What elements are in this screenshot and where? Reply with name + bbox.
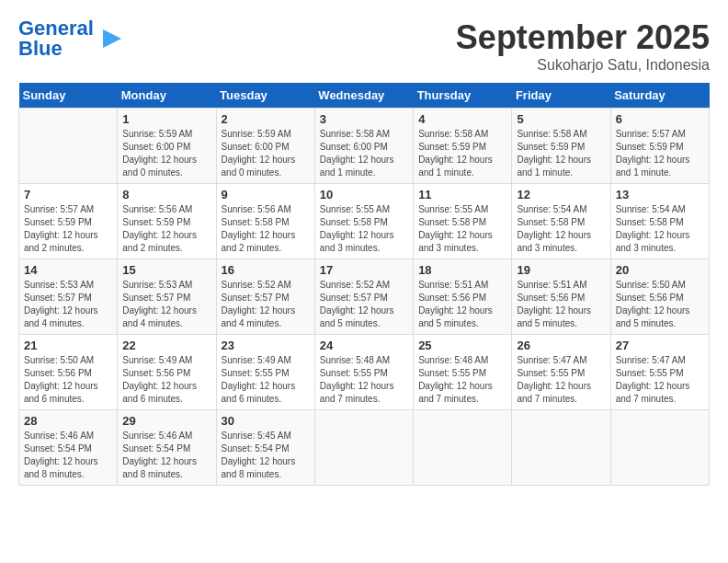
day-number: 28 — [24, 414, 112, 428]
day-cell: 14Sunrise: 5:53 AM Sunset: 5:57 PM Dayli… — [19, 259, 118, 335]
day-number: 2 — [222, 112, 310, 126]
day-cell: 16Sunrise: 5:52 AM Sunset: 5:57 PM Dayli… — [216, 259, 314, 335]
day-number: 8 — [122, 188, 210, 201]
day-cell: 12Sunrise: 5:54 AM Sunset: 5:58 PM Dayli… — [512, 184, 610, 259]
week-row-1: 7Sunrise: 5:57 AM Sunset: 5:59 PM Daylig… — [19, 184, 710, 259]
location-subtitle: Sukoharjo Satu, Indonesia — [456, 57, 710, 74]
header-cell-sunday: Sunday — [19, 83, 118, 109]
day-info: Sunrise: 5:47 AM Sunset: 5:55 PM Dayligh… — [517, 354, 605, 406]
day-cell: 8Sunrise: 5:56 AM Sunset: 5:59 PM Daylig… — [118, 184, 216, 259]
calendar-body: 1Sunrise: 5:59 AM Sunset: 6:00 PM Daylig… — [19, 109, 710, 486]
day-cell: 11Sunrise: 5:55 AM Sunset: 5:58 PM Dayli… — [414, 184, 512, 259]
day-info: Sunrise: 5:56 AM Sunset: 5:58 PM Dayligh… — [222, 203, 310, 255]
day-info: Sunrise: 5:51 AM Sunset: 5:56 PM Dayligh… — [418, 279, 506, 330]
day-number: 19 — [517, 263, 605, 277]
day-cell: 1Sunrise: 5:59 AM Sunset: 6:00 PM Daylig… — [118, 109, 216, 184]
day-cell: 6Sunrise: 5:57 AM Sunset: 5:59 PM Daylig… — [610, 109, 709, 184]
day-info: Sunrise: 5:46 AM Sunset: 5:54 PM Dayligh… — [24, 430, 112, 481]
day-info: Sunrise: 5:59 AM Sunset: 6:00 PM Dayligh… — [222, 128, 310, 179]
day-number: 29 — [122, 414, 210, 428]
day-info: Sunrise: 5:52 AM Sunset: 5:57 PM Dayligh… — [222, 279, 310, 330]
day-number: 22 — [122, 339, 210, 352]
header-cell-tuesday: Tuesday — [216, 83, 314, 109]
day-info: Sunrise: 5:54 AM Sunset: 5:58 PM Dayligh… — [517, 203, 605, 255]
week-row-4: 28Sunrise: 5:46 AM Sunset: 5:54 PM Dayli… — [19, 410, 710, 486]
week-row-3: 21Sunrise: 5:50 AM Sunset: 5:56 PM Dayli… — [19, 335, 710, 410]
day-info: Sunrise: 5:51 AM Sunset: 5:56 PM Dayligh… — [517, 279, 605, 330]
day-number: 7 — [24, 188, 112, 201]
day-number: 5 — [517, 112, 605, 126]
day-info: Sunrise: 5:49 AM Sunset: 5:55 PM Dayligh… — [222, 354, 310, 406]
day-cell: 28Sunrise: 5:46 AM Sunset: 5:54 PM Dayli… — [19, 410, 118, 486]
day-info: Sunrise: 5:53 AM Sunset: 5:57 PM Dayligh… — [24, 279, 112, 330]
logo-text: General Blue — [18, 18, 94, 59]
day-info: Sunrise: 5:50 AM Sunset: 5:56 PM Dayligh… — [24, 354, 112, 406]
day-number: 21 — [24, 339, 112, 352]
day-cell — [512, 410, 610, 486]
svg-marker-0 — [103, 29, 121, 48]
header-cell-friday: Friday — [512, 83, 610, 109]
day-cell — [610, 410, 709, 486]
day-number: 4 — [418, 112, 506, 126]
day-info: Sunrise: 5:58 AM Sunset: 6:00 PM Dayligh… — [320, 128, 408, 179]
day-cell — [19, 109, 118, 184]
logo-blue: Blue — [18, 37, 63, 60]
day-info: Sunrise: 5:57 AM Sunset: 5:59 PM Dayligh… — [24, 203, 112, 255]
day-number: 12 — [517, 188, 605, 201]
calendar-table: SundayMondayTuesdayWednesdayThursdayFrid… — [18, 83, 710, 486]
logo: General Blue — [18, 18, 123, 59]
day-number: 18 — [418, 263, 506, 277]
day-cell: 25Sunrise: 5:48 AM Sunset: 5:55 PM Dayli… — [414, 335, 512, 410]
logo-icon — [96, 25, 123, 52]
day-cell: 5Sunrise: 5:58 AM Sunset: 5:59 PM Daylig… — [512, 109, 610, 184]
day-cell: 30Sunrise: 5:45 AM Sunset: 5:54 PM Dayli… — [216, 410, 314, 486]
header-cell-saturday: Saturday — [610, 83, 709, 109]
day-number: 10 — [320, 188, 408, 201]
day-number: 26 — [517, 339, 605, 352]
day-number: 6 — [616, 112, 704, 126]
day-cell: 22Sunrise: 5:49 AM Sunset: 5:56 PM Dayli… — [118, 335, 216, 410]
page-header: General Blue September 2025 Sukoharjo Sa… — [18, 18, 710, 74]
day-number: 3 — [320, 112, 408, 126]
day-number: 1 — [122, 112, 210, 126]
day-info: Sunrise: 5:50 AM Sunset: 5:56 PM Dayligh… — [616, 279, 704, 330]
day-info: Sunrise: 5:47 AM Sunset: 5:55 PM Dayligh… — [616, 354, 704, 406]
day-info: Sunrise: 5:55 AM Sunset: 5:58 PM Dayligh… — [418, 203, 506, 255]
week-row-2: 14Sunrise: 5:53 AM Sunset: 5:57 PM Dayli… — [19, 259, 710, 335]
day-number: 30 — [222, 414, 310, 428]
day-cell: 13Sunrise: 5:54 AM Sunset: 5:58 PM Dayli… — [610, 184, 709, 259]
day-info: Sunrise: 5:54 AM Sunset: 5:58 PM Dayligh… — [616, 203, 704, 255]
day-cell: 15Sunrise: 5:53 AM Sunset: 5:57 PM Dayli… — [118, 259, 216, 335]
day-cell: 29Sunrise: 5:46 AM Sunset: 5:54 PM Dayli… — [118, 410, 216, 486]
day-number: 17 — [320, 263, 408, 277]
day-info: Sunrise: 5:58 AM Sunset: 5:59 PM Dayligh… — [517, 128, 605, 179]
day-cell: 24Sunrise: 5:48 AM Sunset: 5:55 PM Dayli… — [314, 335, 413, 410]
day-cell: 4Sunrise: 5:58 AM Sunset: 5:59 PM Daylig… — [414, 109, 512, 184]
day-number: 23 — [222, 339, 310, 352]
day-number: 13 — [616, 188, 704, 201]
header-cell-monday: Monday — [118, 83, 216, 109]
header-row: SundayMondayTuesdayWednesdayThursdayFrid… — [19, 83, 710, 109]
title-block: September 2025 Sukoharjo Satu, Indonesia — [456, 18, 710, 74]
day-cell: 23Sunrise: 5:49 AM Sunset: 5:55 PM Dayli… — [216, 335, 314, 410]
day-cell: 7Sunrise: 5:57 AM Sunset: 5:59 PM Daylig… — [19, 184, 118, 259]
day-cell: 26Sunrise: 5:47 AM Sunset: 5:55 PM Dayli… — [512, 335, 610, 410]
header-cell-wednesday: Wednesday — [314, 83, 413, 109]
day-number: 9 — [222, 188, 310, 201]
day-number: 24 — [320, 339, 408, 352]
day-info: Sunrise: 5:59 AM Sunset: 6:00 PM Dayligh… — [122, 128, 210, 179]
day-number: 11 — [418, 188, 506, 201]
day-info: Sunrise: 5:53 AM Sunset: 5:57 PM Dayligh… — [122, 279, 210, 330]
day-cell: 20Sunrise: 5:50 AM Sunset: 5:56 PM Dayli… — [610, 259, 709, 335]
day-number: 20 — [616, 263, 704, 277]
day-cell: 2Sunrise: 5:59 AM Sunset: 6:00 PM Daylig… — [216, 109, 314, 184]
day-number: 16 — [222, 263, 310, 277]
day-number: 25 — [418, 339, 506, 352]
day-info: Sunrise: 5:55 AM Sunset: 5:58 PM Dayligh… — [320, 203, 408, 255]
day-cell: 17Sunrise: 5:52 AM Sunset: 5:57 PM Dayli… — [314, 259, 413, 335]
month-title: September 2025 — [456, 18, 710, 57]
day-cell: 19Sunrise: 5:51 AM Sunset: 5:56 PM Dayli… — [512, 259, 610, 335]
day-number: 27 — [616, 339, 704, 352]
day-info: Sunrise: 5:58 AM Sunset: 5:59 PM Dayligh… — [418, 128, 506, 179]
day-info: Sunrise: 5:45 AM Sunset: 5:54 PM Dayligh… — [222, 430, 310, 481]
